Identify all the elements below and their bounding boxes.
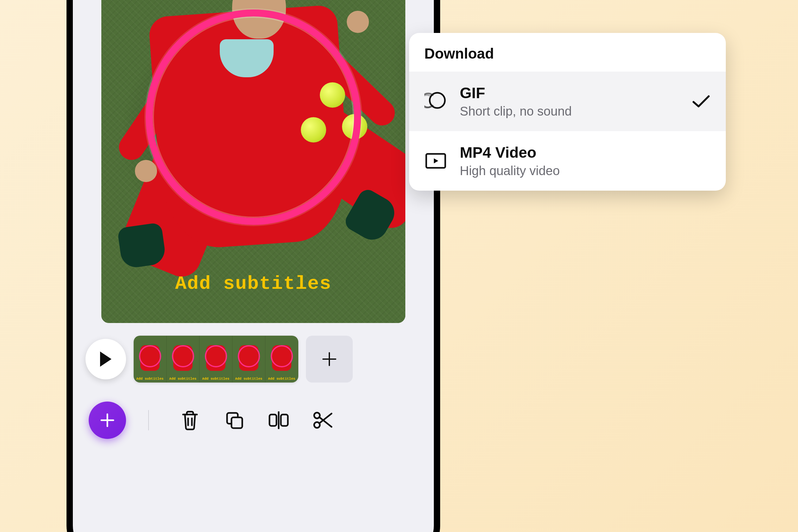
svg-rect-3: [281, 415, 288, 426]
timeline-row: Add subtitles Add subtitles Add subtitle…: [73, 336, 434, 392]
subtitle-overlay[interactable]: Add subtitles: [101, 273, 405, 294]
timeline-frame[interactable]: Add subtitles: [265, 336, 298, 382]
duplicate-icon: [225, 411, 244, 430]
timeline-frame[interactable]: Add subtitles: [134, 336, 167, 382]
video-preview[interactable]: Add subtitles: [101, 0, 405, 323]
check-icon: [691, 94, 710, 109]
download-option-title: MP4 Video: [460, 144, 710, 161]
hula-hoop: [146, 10, 361, 225]
timeline-frame[interactable]: Add subtitles: [167, 336, 200, 382]
gif-icon: [424, 90, 447, 113]
video-icon: [424, 152, 447, 170]
svg-rect-2: [269, 415, 277, 426]
split-button[interactable]: [266, 407, 291, 433]
split-icon: [268, 411, 290, 429]
timeline-clip-strip[interactable]: Add subtitles Add subtitles Add subtitle…: [134, 336, 298, 382]
duplicate-button[interactable]: [222, 407, 247, 433]
play-icon: [99, 351, 113, 367]
add-element-fab[interactable]: [89, 401, 126, 439]
toolbar-divider: [148, 410, 149, 430]
play-button[interactable]: [86, 339, 126, 379]
delete-button[interactable]: [177, 407, 203, 433]
download-option-desc: Short clip, no sound: [460, 104, 679, 118]
trash-icon: [180, 410, 200, 430]
download-panel-title: Download: [409, 33, 726, 72]
plus-icon: [99, 412, 116, 429]
download-option-desc: High quality video: [460, 164, 710, 178]
cut-button[interactable]: [310, 407, 336, 433]
editor-toolbar: [73, 392, 434, 471]
timeline-frame[interactable]: Add subtitles: [232, 336, 265, 382]
editor-canvas-area: Add subtitles: [73, 0, 434, 336]
phone-screen: Add subtitles Add subtitles Add subtitle…: [73, 0, 434, 532]
timeline-frame[interactable]: Add subtitles: [200, 336, 232, 382]
download-option-gif[interactable]: GIF Short clip, no sound: [409, 72, 726, 131]
download-option-title: GIF: [460, 84, 679, 102]
download-option-mp4[interactable]: MP4 Video High quality video: [409, 131, 726, 191]
add-clip-button[interactable]: [306, 336, 353, 382]
download-panel: Download GIF Short clip, no sound: [409, 33, 726, 191]
scissors-icon: [312, 411, 334, 430]
phone-device-frame: Add subtitles Add subtitles Add subtitle…: [66, 0, 440, 532]
plus-icon: [321, 351, 338, 367]
svg-rect-1: [231, 417, 242, 428]
